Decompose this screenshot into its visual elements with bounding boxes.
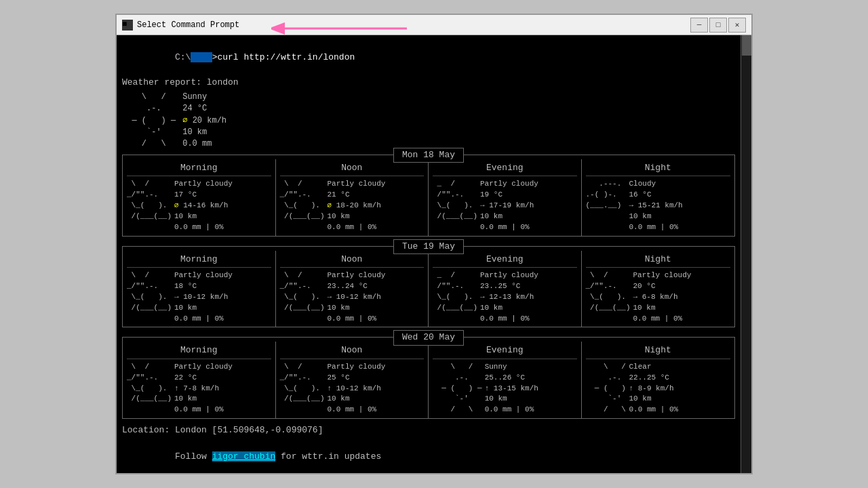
period-content-tue-evening: _ / /"".-. \_( ). /(___(__) Partly cloud…	[433, 270, 577, 325]
desc-wed-noon: Partly cloudy 25 °C ↑ 10-12 km/h 10 km 0…	[328, 362, 386, 416]
period-header-wed-evening: Evening	[433, 344, 577, 359]
title-bar-buttons: ─ □ ✕	[690, 18, 746, 33]
desc-tue-evening: Partly cloudy 23..25 °C → 12-13 km/h 10 …	[480, 270, 538, 325]
window-title: Select Command Prompt	[137, 20, 239, 30]
day-header-wed: Wed 20 May	[393, 330, 464, 345]
desc-wed-night: Clear 22..25 °C ↑ 8-9 km/h 10 km 0.0 mm …	[629, 362, 679, 416]
terminal-area[interactable]: C:\ >curl http://wttr.in/london Weather …	[117, 35, 741, 473]
follow-link[interactable]: iigor_chubin	[212, 451, 276, 462]
period-wed-evening: Evening \ / .-. ─ ( ) ─ `-' / \ Sunny 25…	[429, 342, 582, 418]
desc-wed-evening: Sunny 25..26 °C ↑ 13-15 km/h 10 km 0.0 m…	[485, 362, 538, 416]
art-wed-morning: \ / _/"".-. \_( ). /(___(__)	[127, 362, 172, 416]
period-content-wed-evening: \ / .-. ─ ( ) ─ `-' / \ Sunny 25..26 °C …	[433, 362, 577, 416]
desc-mon-noon: Partly cloudy 21 °C ⌀ 18-20 km/h 10 km 0…	[328, 179, 386, 233]
period-content-mon-morning: \ / _/"".-. \_( ). /(___(__) Partly clou…	[127, 179, 271, 233]
period-tue-night: Night \ / _/"".-. \_( ). /(___(__) Partl…	[582, 251, 735, 327]
period-mon-noon: Noon \ / _/"".-. \_( ). /(___(__) Partly…	[276, 159, 429, 236]
period-content-tue-noon: \ / _/"".-. \_( ). /(___(__) Partly clou…	[280, 270, 425, 325]
period-header-wed-night: Night	[586, 344, 731, 359]
current-desc: Sunny 24 °C ⌀ 20 km/h 10 km 0.0 mm	[182, 92, 226, 150]
period-wed-night: Night \ / .-. ─ ( ) `-' / \ Clear 22..25…	[582, 342, 735, 418]
period-wed-morning: Morning \ / _/"".-. \_( ). /(___(__) Par…	[123, 342, 276, 418]
art-tue-morning: \ / _/"".-. \_( ). /(___(__)	[127, 270, 172, 325]
weather-report-header: Weather report: london	[122, 77, 735, 89]
title-bar: ■ Select Command Prompt ─ □ ✕	[117, 15, 751, 35]
period-tue-morning: Morning \ / _/"".-. \_( ). /(___(__) Par…	[123, 251, 276, 327]
period-content-tue-morning: \ / _/"".-. \_( ). /(___(__) Partly clou…	[127, 270, 271, 325]
period-content-tue-night: \ / _/"".-. \_( ). /(___(__) Partly clou…	[586, 270, 731, 325]
art-mon-evening: _ / /"".-. \_( ). /(___(__)	[433, 179, 477, 233]
period-header-wed-noon: Noon	[280, 344, 425, 359]
command-text: >curl http://wttr.in/london	[212, 52, 355, 62]
period-mon-morning: Morning \ / _/"".-. \_( ). /(___(__) Par…	[123, 159, 276, 236]
period-header-tue-morning: Morning	[127, 253, 271, 268]
day-section-tue: Tue 19 May Morning \ / _/"".-. \_( ). /(…	[122, 246, 735, 328]
art-tue-evening: _ / /"".-. \_( ). /(___(__)	[433, 270, 477, 325]
window-icon: ■	[122, 20, 133, 30]
art-wed-night: \ / .-. ─ ( ) `-' / \	[586, 362, 627, 416]
prompt-text: C:\	[175, 52, 191, 62]
art-tue-noon: \ / _/"".-. \_( ). /(___(__)	[280, 270, 325, 325]
location-line: Location: London [51.509648,-0.099076]	[122, 424, 735, 436]
desc-mon-night: Cloudy 16 °C → 15-21 km/h 10 km 0.0 mm |…	[629, 179, 683, 233]
art-wed-evening: \ / .-. ─ ( ) ─ `-' / \	[433, 362, 482, 416]
period-header-tue-noon: Noon	[280, 253, 425, 268]
period-wed-noon: Noon \ / _/"".-. \_( ). /(___(__) Partly…	[276, 342, 429, 418]
desc-wed-morning: Partly cloudy 22 °C ↑ 7-8 km/h 10 km 0.0…	[174, 362, 233, 416]
period-content-wed-noon: \ / _/"".-. \_( ). /(___(__) Partly clou…	[280, 362, 425, 416]
period-content-mon-noon: \ / _/"".-. \_( ). /(___(__) Partly clou…	[280, 179, 425, 233]
title-bar-left: ■ Select Command Prompt	[122, 20, 239, 30]
period-tue-evening: Evening _ / /"".-. \_( ). /(___(__) Part…	[429, 251, 582, 327]
period-header-mon-night: Night	[586, 162, 731, 176]
desc-mon-evening: Partly cloudy 19 °C → 17-19 km/h 10 km 0…	[480, 179, 538, 233]
day-header-tue: Tue 19 May	[393, 239, 464, 254]
period-mon-evening: Evening _ / /"".-. \_( ). /(___(__) Part…	[429, 159, 582, 236]
close-button[interactable]: ✕	[728, 18, 746, 33]
period-content-wed-night: \ / .-. ─ ( ) `-' / \ Clear 22..25 °C ↑ …	[586, 362, 731, 416]
desc-tue-morning: Partly cloudy 18 °C → 10-12 km/h 10 km 0…	[174, 270, 233, 325]
current-art: \ / .-. ─ ( ) ─ `-' / \	[122, 92, 176, 150]
art-tue-night: \ / _/"".-. \_( ). /(___(__)	[586, 270, 631, 325]
period-header-tue-night: Night	[586, 253, 731, 268]
period-tue-noon: Noon \ / _/"".-. \_( ). /(___(__) Partly…	[276, 251, 429, 327]
period-header-tue-evening: Evening	[433, 253, 577, 268]
maximize-button[interactable]: □	[709, 18, 727, 33]
period-content-mon-night: .---. .-( )-. (___.__) Cloudy 16 °C → 15…	[586, 179, 731, 233]
period-mon-night: Night .---. .-( )-. (___.__) Cloudy 16 °…	[582, 159, 735, 236]
command-prompt-window: ■ Select Command Prompt ─ □ ✕ C:\ >curl …	[115, 14, 753, 474]
period-header-mon-noon: Noon	[280, 162, 425, 176]
period-header-mon-morning: Morning	[127, 162, 271, 176]
art-mon-noon: \ / _/"".-. \_( ). /(___(__)	[280, 179, 325, 233]
command-line: C:\ >curl http://wttr.in/london	[122, 39, 735, 77]
period-content-mon-evening: _ / /"".-. \_( ). /(___(__) Partly cloud…	[433, 179, 577, 233]
day-section-wed: Wed 20 May Morning \ / _/"".-. \_( ). /(…	[122, 337, 735, 419]
follow-suffix: for wttr.in updates	[275, 451, 381, 462]
follow-line: Follow iigor_chubin for wttr.in updates	[122, 439, 735, 473]
period-header-wed-morning: Morning	[127, 344, 271, 359]
scrollbar-thumb[interactable]	[742, 35, 751, 56]
desc-mon-morning: Partly cloudy 17 °C ⌀ 14-16 km/h 10 km 0…	[174, 179, 233, 233]
minimize-button[interactable]: ─	[690, 18, 708, 33]
art-mon-morning: \ / _/"".-. \_( ). /(___(__)	[127, 179, 172, 233]
day-grid-mon: Morning \ / _/"".-. \_( ). /(___(__) Par…	[123, 159, 734, 236]
current-weather: \ / .-. ─ ( ) ─ `-' / \ Sunny 24 °C ⌀ 20…	[122, 92, 735, 150]
follow-prefix: Follow	[175, 451, 212, 462]
day-header-mon: Mon 18 May	[393, 148, 464, 163]
highlight-text	[191, 52, 212, 62]
day-section-mon: Mon 18 May Morning \ / _/"".-. \_( ). /(…	[122, 155, 735, 237]
desc-tue-noon: Partly cloudy 23..24 °C → 10-12 km/h 10 …	[328, 270, 386, 325]
scrollbar[interactable]	[741, 35, 751, 473]
day-grid-tue: Morning \ / _/"".-. \_( ). /(___(__) Par…	[123, 251, 734, 327]
desc-tue-night: Partly cloudy 20 °C → 6-8 km/h 10 km 0.0…	[633, 270, 692, 325]
art-wed-noon: \ / _/"".-. \_( ). /(___(__)	[280, 362, 325, 416]
period-header-mon-evening: Evening	[433, 162, 577, 176]
day-grid-wed: Morning \ / _/"".-. \_( ). /(___(__) Par…	[123, 342, 734, 418]
art-mon-night: .---. .-( )-. (___.__)	[586, 179, 627, 233]
period-content-wed-morning: \ / _/"".-. \_( ). /(___(__) Partly clou…	[127, 362, 271, 416]
